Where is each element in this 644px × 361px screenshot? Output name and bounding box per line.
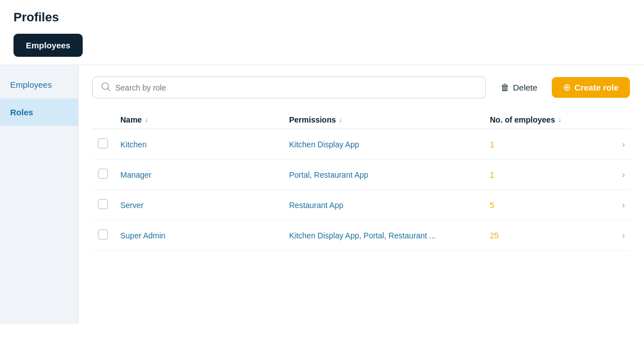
- chevron-right-icon: ›: [602, 170, 625, 180]
- col-header-permissions: Permissions ↓: [289, 115, 490, 124]
- chevron-right-icon: ›: [602, 231, 625, 241]
- row-permissions: Kitchen Display App, Portal, Restaurant …: [289, 231, 490, 240]
- chevron-right-icon: ›: [602, 200, 625, 210]
- delete-button[interactable]: 🗑 Delete: [494, 78, 544, 97]
- sidebar: Employees Roles: [0, 65, 79, 324]
- row-name: Super Admin: [120, 231, 289, 240]
- row-name: Manager: [120, 170, 289, 179]
- create-role-button[interactable]: ⊕ Create role: [552, 77, 629, 98]
- table-row[interactable]: Super Admin Kitchen Display App, Portal,…: [92, 220, 631, 251]
- row-checkbox[interactable]: [98, 229, 108, 240]
- chevron-right-icon: ›: [602, 139, 625, 150]
- top-header: Profiles Employees: [0, 0, 644, 65]
- search-input[interactable]: [115, 83, 478, 92]
- row-employee-count: 1: [490, 170, 602, 179]
- main-layout: Employees Roles 🗑 Delete ⊕: [0, 65, 644, 324]
- row-permissions: Kitchen Display App: [289, 140, 490, 149]
- row-employee-count: 5: [490, 201, 602, 210]
- search-wrapper: [92, 76, 486, 98]
- table-row[interactable]: Kitchen Kitchen Display App 1 ›: [92, 129, 631, 160]
- row-checkbox[interactable]: [98, 138, 108, 148]
- table-row[interactable]: Manager Portal, Restaurant App 1 ›: [92, 160, 631, 190]
- trash-icon: 🗑: [501, 83, 510, 93]
- row-checkbox[interactable]: [98, 169, 108, 179]
- plus-circle-icon: ⊕: [563, 83, 571, 92]
- row-employee-count: 1: [490, 140, 602, 149]
- employees-tab-button[interactable]: Employees: [13, 34, 83, 57]
- search-icon: [101, 82, 111, 93]
- row-employee-count: 25: [490, 231, 602, 240]
- svg-line-1: [107, 88, 110, 91]
- col-header-employees: No. of employees ↓: [490, 115, 602, 124]
- row-permissions: Portal, Restaurant App: [289, 170, 490, 179]
- table-body: Kitchen Kitchen Display App 1 › Manager …: [92, 129, 631, 251]
- col-header-name: Name ↓: [120, 115, 289, 124]
- row-name: Kitchen: [120, 140, 289, 149]
- row-checkbox[interactable]: [98, 199, 108, 209]
- sort-icon-employees[interactable]: ↓: [558, 116, 561, 124]
- sort-icon-name[interactable]: ↓: [145, 116, 148, 124]
- sidebar-item-employees[interactable]: Employees: [0, 71, 78, 98]
- table-header: Name ↓ Permissions ↓ No. of employees ↓: [92, 111, 631, 129]
- toolbar: 🗑 Delete ⊕ Create role: [92, 76, 631, 98]
- sidebar-item-roles[interactable]: Roles: [0, 98, 78, 126]
- sort-icon-permissions[interactable]: ↓: [339, 116, 342, 124]
- row-permissions: Restaurant App: [289, 201, 490, 210]
- page-title: Profiles: [13, 10, 631, 25]
- row-name: Server: [120, 201, 289, 210]
- table-row[interactable]: Server Restaurant App 5 ›: [92, 190, 631, 220]
- content-area: 🗑 Delete ⊕ Create role Name ↓ Permission…: [79, 65, 644, 324]
